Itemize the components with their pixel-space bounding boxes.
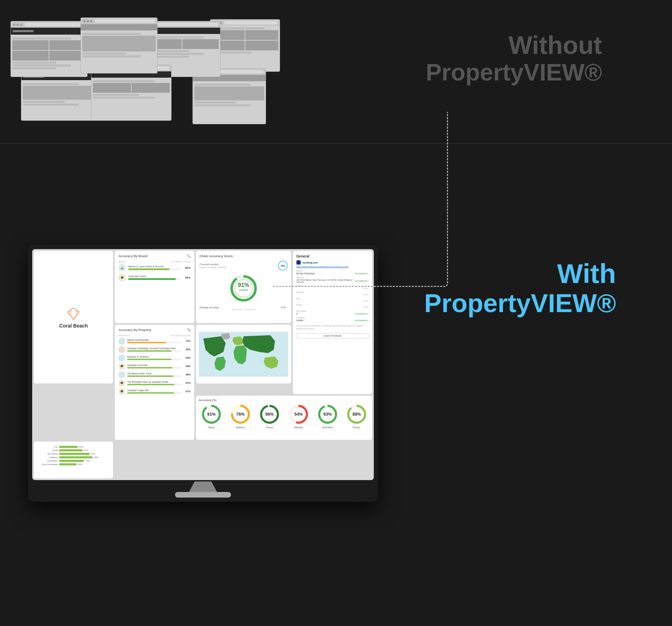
accuracy-score-title: Chain Accuracy Score — [200, 254, 233, 258]
bar-geo: Geo Coordinates 50% — [37, 463, 110, 465]
svg-text:54%: 54% — [294, 412, 303, 417]
with-label: With PropertyVIEW® — [424, 259, 616, 317]
brand-icon-1: 🌊 — [118, 264, 126, 272]
property-row-3: Rusacks St. Andrews 82% — [118, 354, 190, 361]
field-email: Email N/A ● — [296, 304, 369, 308]
card-right-bars: Fax 53% Email 67% Star Rating — [34, 442, 113, 478]
property-row-6: 🎓 The Randolph Hotel, by Graduate Hotels… — [118, 380, 190, 387]
svg-text:76%: 76% — [236, 412, 245, 417]
svg-text:93%: 93% — [323, 412, 332, 417]
svg-text:Graduate: Graduate — [239, 289, 248, 291]
prop-icon-3 — [118, 354, 125, 361]
acc-item-website: 54% Website — [288, 404, 309, 429]
svg-point-2 — [78, 311, 79, 312]
prop-icon-5 — [118, 371, 125, 378]
monitor-stand-assembly — [32, 481, 374, 498]
property-row-1: Marine North Berwick 72% — [118, 338, 190, 345]
bar-star-rating: Star Rating 87% — [37, 453, 110, 455]
prop-icon-4: 🎓 — [118, 363, 125, 370]
brand-row-2: 🎓 Graduate Hotels 92% — [118, 274, 190, 281]
accuracy-pct-title: Accuracy (%) — [199, 399, 369, 402]
property-row-5: The Marine Hotel, Troon 86% — [118, 371, 190, 378]
property-card-title: Accuracy By Property — [118, 328, 151, 332]
svg-point-1 — [68, 311, 69, 312]
monitor-stand — [189, 481, 217, 492]
svg-text:91%: 91% — [238, 282, 249, 288]
accuracy-items: 91% Name 76% — [199, 404, 369, 429]
prop-icon-2 — [118, 346, 125, 353]
bar-email: Email 67% — [37, 449, 110, 451]
brand-column-headers: BRAND ACCURACY SCORE — [118, 261, 190, 263]
with-title-line1: With — [424, 259, 616, 289]
field-star-rating: Star rating 4 ACCURATE ● — [296, 310, 369, 315]
prop-icon-6: 🎓 — [118, 380, 125, 387]
chain-name: Coral Beach — [59, 323, 88, 329]
prop-icon-1 — [118, 338, 125, 345]
brand-row-1: 🌊 Marine & Lawn Hotels & Resorts 80% — [118, 264, 190, 272]
coral-logo-svg — [65, 305, 82, 323]
with-title-line2: PropertyVIEW® — [424, 289, 616, 317]
without-title-line2: PropertyVIEW® — [426, 59, 602, 85]
brand-icon-2: 🎓 — [118, 274, 126, 281]
main-container: Without PropertyVIEW® — [0, 0, 672, 626]
property-row-7: 🎓 Graduate Chapel Hill 87% — [118, 388, 190, 395]
card-accuracy-by-property: Accuracy By Property 🔍 PROPERTY ACCURACY… — [115, 325, 194, 440]
prop-icon-7: 🎓 — [118, 388, 125, 395]
screenshot-google — [210, 19, 280, 72]
screenshots-cluster — [10, 17, 308, 150]
brand-name-2: Graduate Hotels — [128, 275, 180, 277]
brand-card-title: Accuracy By Brand — [118, 254, 147, 258]
acc-item-phone: 96% Phone — [259, 404, 280, 429]
svg-text:96%: 96% — [265, 412, 274, 417]
without-label: Without PropertyVIEW® — [426, 31, 602, 85]
channels-audited-label: Channels Audited — [200, 263, 274, 266]
without-title-line1: Without — [426, 31, 602, 59]
accuracy-donut: 91% Graduate — [228, 273, 259, 304]
svg-text:91%: 91% — [207, 412, 216, 417]
monitor-base — [175, 492, 231, 498]
card-accuracy-by-brand: Accuracy By Brand 🔍 BRAND ACCURACY SCORE… — [115, 251, 194, 323]
brand-bar-1 — [128, 268, 169, 270]
field-category: Category Hotels ACCURATE ● — [296, 317, 369, 322]
svg-point-0 — [73, 308, 74, 309]
amount-label: Amount of audited Channels — [200, 266, 274, 268]
field-fax: Fax N/A ● — [296, 297, 369, 302]
brand-bar-2 — [128, 278, 176, 280]
bar-category: Category 96% — [37, 456, 110, 458]
bar-description: Description 71% — [37, 460, 110, 462]
acc-item-amenities: 93% Amenities — [317, 404, 338, 429]
leave-feedback-button[interactable]: Leave Feedback — [296, 333, 369, 338]
brand-score-1: 80% — [182, 266, 191, 269]
avg-accuracy-value: 91% ↑ — [281, 306, 287, 309]
feedback-message: If you have any comments on how general … — [296, 324, 369, 330]
screenshot-tripadvisor — [80, 17, 158, 73]
card-chain: Coral Beach — [34, 251, 113, 384]
property-column-headers: PROPERTY ACCURACY SCORE — [118, 335, 190, 337]
avg-accuracy-dates: 08 19, 2021 - 09 09 2021 — [200, 309, 288, 311]
bar-fax: Fax 53% — [37, 446, 110, 448]
brand-name-1: Marine & Lawn Hotels & Resorts — [128, 265, 180, 268]
card-accuracy-pct: Accuracy (%) 91% Name — [196, 396, 372, 440]
field-website: Website N/A ● — [296, 291, 369, 296]
brand-search-icon[interactable]: 🔍 — [187, 254, 191, 258]
property-search-icon[interactable]: 🔍 — [187, 328, 191, 332]
acc-item-address: 76% Address — [230, 404, 251, 429]
property-row-2: Graduate Cambridge, formerly Cambridge H… — [118, 346, 190, 353]
acc-item-name: 91% Name — [201, 404, 222, 429]
brand-score-2: 92% — [182, 276, 191, 279]
card-world-map — [196, 325, 291, 384]
avg-accuracy-label: Average accuracy — [200, 306, 219, 309]
property-row-4: 🎓 Graduate Cincinnati 84% — [118, 363, 190, 370]
svg-text:88%: 88% — [352, 412, 361, 417]
connector-line — [273, 112, 448, 287]
screenshot-booking — [10, 21, 88, 77]
world-map-svg — [199, 328, 288, 381]
acc-item-photos: 88% Photos — [346, 404, 367, 429]
